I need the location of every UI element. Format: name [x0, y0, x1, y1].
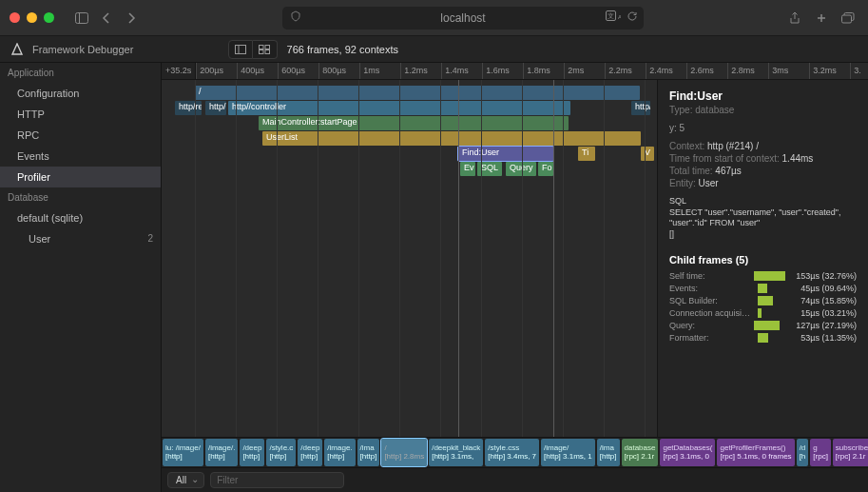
ruler-tick: 2ms — [564, 63, 584, 79]
context-chip[interactable]: /[http] 2.8ms — [381, 439, 427, 466]
details-panel: Find:User Type: database y: 5 Context: h… — [657, 80, 868, 437]
sidebar-item-configuration[interactable]: Configuration — [0, 83, 161, 104]
child-frame-row: Events: 45µs (09.64%) — [669, 284, 857, 293]
url-bar[interactable]: localhost 文A — [282, 7, 644, 30]
svg-rect-11 — [260, 49, 264, 53]
ruler-tick: 600µs — [278, 63, 305, 79]
context-chip[interactable]: /ima[http] — [597, 439, 620, 466]
frame-http[interactable]: http/ — [205, 101, 226, 115]
details-title: Find:User — [669, 89, 857, 103]
svg-text:文: 文 — [608, 12, 614, 19]
child-frames-heading: Child frames (5) — [669, 254, 857, 266]
sidebar-item-http[interactable]: HTTP — [0, 104, 161, 125]
svg-rect-10 — [265, 45, 270, 49]
filter-bar: All — [162, 467, 868, 492]
back-icon[interactable] — [96, 9, 117, 28]
reload-icon[interactable] — [627, 10, 638, 25]
sidebar-heading-application: Application — [0, 63, 161, 83]
app-title: Framework Debugger — [32, 44, 133, 55]
ruler-tick: 1.8ms — [523, 63, 550, 79]
flame-graph[interactable]: / http/re http/ http//controller http/ M… — [162, 80, 657, 437]
context-chip[interactable]: /image/[http] 3.1ms, 1 — [541, 439, 595, 466]
url-text: localhost — [440, 11, 485, 25]
window-controls — [10, 12, 54, 23]
shield-icon — [290, 10, 301, 25]
time-ruler[interactable]: +35.2s 200µs400µs600µs800µs1ms1.2ms1.4ms… — [162, 63, 868, 80]
filter-input[interactable] — [210, 472, 344, 488]
ruler-tick: 3.2ms — [809, 63, 837, 79]
svg-text:A: A — [618, 14, 621, 20]
ruler-tick: 1.4ms — [441, 63, 469, 79]
frame-http-post[interactable]: http/ — [631, 101, 650, 115]
share-icon[interactable] — [784, 9, 805, 28]
sidebar-badge: 2 — [147, 233, 153, 245]
view-list-button[interactable] — [228, 40, 253, 59]
context-chip[interactable]: /deepkit_black[http] 3.1ms, — [429, 439, 483, 466]
new-tab-icon[interactable] — [811, 9, 832, 28]
app-header: Framework Debugger 766 frames, 92 contex… — [0, 36, 868, 63]
sidebar-item-profiler[interactable]: Profiler — [0, 167, 161, 187]
sidebar: Application Configuration HTTP RPC Event… — [0, 63, 162, 492]
frame-template-2[interactable]: V — [641, 147, 654, 161]
frame-sub-query[interactable]: Query — [506, 162, 536, 176]
frame-sub-formatter[interactable]: Fo — [538, 162, 553, 176]
context-chip[interactable]: /style.c[http] — [266, 439, 296, 466]
details-sql-params: [] — [669, 229, 857, 241]
svg-rect-6 — [842, 15, 852, 23]
details-type: Type: database — [669, 105, 857, 115]
details-y: y: 5 — [669, 123, 857, 133]
view-grid-button[interactable] — [253, 40, 278, 59]
frame-template-1[interactable]: Ti — [578, 147, 595, 161]
context-chip[interactable]: /image.[http] — [324, 439, 355, 466]
frame-sub-events[interactable]: Ev — [460, 162, 475, 176]
context-chip[interactable]: /image/.[http] — [205, 439, 238, 466]
ruler-tick: 400µs — [237, 63, 264, 79]
context-chip[interactable]: /d[h — [797, 439, 809, 466]
close-window-icon[interactable] — [10, 12, 20, 23]
svg-rect-0 — [76, 12, 88, 23]
context-chip[interactable]: /style.css[http] 3.4ms, 7 — [485, 439, 539, 466]
sidebar-heading-database: Database — [0, 187, 161, 207]
tabs-icon[interactable] — [838, 9, 858, 28]
context-chip[interactable]: /deep[http] — [240, 439, 264, 466]
context-chip[interactable]: /ima[http] — [357, 439, 380, 466]
filter-mode-select[interactable]: All — [167, 472, 204, 488]
child-frame-row: Query: 127µs (27.19%) — [669, 321, 857, 330]
ruler-tick: 2.2ms — [605, 63, 632, 79]
app-logo-icon — [8, 40, 27, 59]
ruler-tick: 1.6ms — [482, 63, 510, 79]
sidebar-item-db-user[interactable]: User2 — [0, 228, 161, 249]
child-frame-row: Self time: 153µs (32.76%) — [669, 271, 857, 281]
frame-userlist[interactable]: UserList — [262, 131, 641, 146]
context-chip[interactable]: getDatabases([rpc] 3.1ms, 0 — [660, 439, 715, 466]
context-chip[interactable]: /deep[http] — [298, 439, 322, 466]
sidebar-item-events[interactable]: Events — [0, 146, 161, 167]
titlebar: localhost 文A — [0, 0, 868, 36]
sidebar-item-rpc[interactable]: RPC — [0, 125, 161, 146]
context-chip[interactable]: g[rpc] — [810, 439, 831, 466]
svg-rect-12 — [265, 49, 270, 53]
svg-rect-7 — [235, 45, 245, 53]
context-chip[interactable]: getProfilerFrames()[rpc] 5.1ms, 0 frames — [717, 439, 794, 466]
reader-icon[interactable]: 文A — [606, 10, 621, 25]
context-chip[interactable]: lu: /image/[http] — [163, 439, 203, 466]
contexts-strip[interactable]: lu: /image/[http]/image/.[http]/deep[htt… — [162, 437, 868, 467]
sidebar-toggle-icon[interactable] — [71, 9, 92, 28]
minimize-window-icon[interactable] — [27, 12, 37, 23]
ruler-tick: 3. — [850, 63, 861, 79]
ruler-tick: 2.6ms — [686, 63, 714, 79]
maximize-window-icon[interactable] — [44, 12, 54, 23]
context-chip[interactable]: database[rpc] 2.1r — [622, 439, 659, 466]
child-frame-row: Connection acquisition: 15µs (03.21%) — [669, 308, 857, 318]
ruler-tick: 200µs — [196, 63, 223, 79]
child-frame-row: Formatter: 53µs (11.35%) — [669, 333, 857, 343]
ruler-tick: 2.4ms — [646, 63, 673, 79]
forward-icon[interactable] — [121, 9, 142, 28]
frame-root[interactable]: / — [195, 86, 640, 100]
frame-find-user[interactable]: Find:User — [458, 147, 553, 161]
ruler-tick: 800µs — [318, 63, 346, 79]
frame-http-pre[interactable]: http/re — [175, 101, 202, 115]
child-frame-row: SQL Builder: 74µs (15.85%) — [669, 296, 857, 305]
sidebar-item-db-default[interactable]: default (sqlite) — [0, 207, 161, 228]
context-chip[interactable]: subscribe[rpc] 2.1r — [833, 439, 868, 466]
